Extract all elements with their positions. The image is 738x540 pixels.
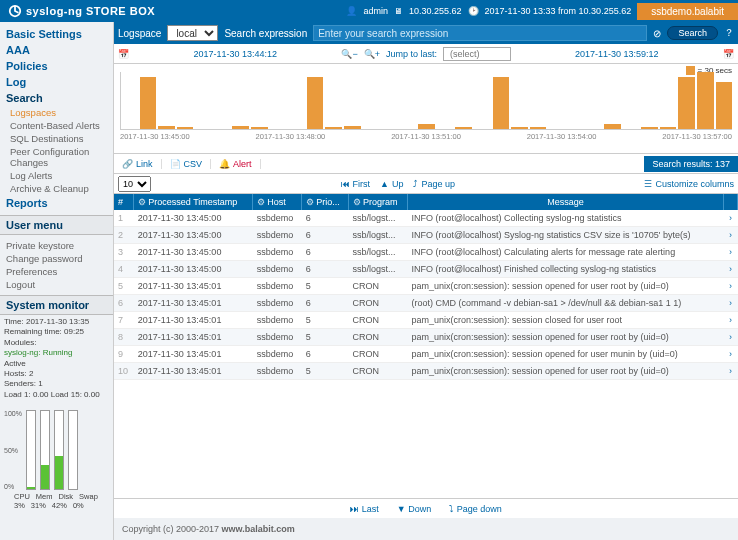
histogram-chart: = 30 secs 30 2017-11-30 13:45:00 2017-11…	[114, 64, 738, 154]
table-row[interactable]: 92017-11-30 13:45:01ssbdemo6CRONpam_unix…	[114, 346, 738, 363]
nav-sub-logalerts[interactable]: Log Alerts	[0, 169, 113, 182]
pagedown-button[interactable]: ⤵ Page down	[449, 504, 502, 514]
col-ts[interactable]: ⚙Processed Timestamp	[134, 194, 253, 210]
calendar-end-icon[interactable]: 📅	[723, 49, 734, 59]
user-label[interactable]: admin	[363, 6, 388, 16]
sysmon-hosts: Hosts: 2	[4, 369, 109, 379]
up-button[interactable]: ▲ Up	[380, 179, 403, 189]
lbl-mem: Mem	[36, 492, 53, 501]
mem-bar	[40, 410, 50, 490]
histogram-bar[interactable]	[232, 126, 249, 129]
histogram-bar[interactable]	[511, 127, 528, 129]
histogram-bar[interactable]	[678, 77, 695, 129]
pageup-button[interactable]: ⤴ Page up	[413, 179, 455, 189]
histogram-bar[interactable]	[307, 77, 324, 129]
xl-4: 2017-11-30 13:57:00	[662, 132, 732, 141]
pagesize-select[interactable]: 10	[118, 176, 151, 192]
histogram-bar[interactable]	[493, 77, 510, 129]
end-time[interactable]: 2017-11-30 13:59:12	[517, 49, 717, 59]
zoom-out-icon[interactable]: 🔍−	[341, 49, 357, 59]
nav-basic[interactable]: Basic Settings	[0, 26, 113, 42]
nav-sub-sql[interactable]: SQL Destinations	[0, 132, 113, 145]
link-alert[interactable]: 🔔 Alert	[211, 159, 261, 169]
nav-aaa[interactable]: AAA	[0, 42, 113, 58]
table-row[interactable]: 22017-11-30 13:45:00ssbdemo6ssb/logst...…	[114, 227, 738, 244]
disk-bar	[54, 410, 64, 490]
table-row[interactable]: 102017-11-30 13:45:01ssbdemo5CRONpam_uni…	[114, 363, 738, 380]
table-row[interactable]: 52017-11-30 13:45:01ssbdemo5CRONpam_unix…	[114, 278, 738, 295]
histogram-bar[interactable]	[604, 124, 621, 129]
histogram-bar[interactable]	[716, 82, 733, 130]
nav-reports[interactable]: Reports	[0, 195, 113, 211]
table-row[interactable]: 12017-11-30 13:45:00ssbdemo6ssb/logst...…	[114, 210, 738, 227]
search-button[interactable]: Search	[667, 26, 718, 40]
table-row[interactable]: 62017-11-30 13:45:01ssbdemo6CRON(root) C…	[114, 295, 738, 312]
footer-site[interactable]: www.balabit.com	[222, 524, 295, 534]
pager-bottom: ⏭ Last ▼ Down ⤵ Page down	[114, 498, 738, 518]
calendar-start-icon[interactable]: 📅	[118, 49, 129, 59]
sysmon-senders: Senders: 1	[4, 379, 109, 389]
jump-select[interactable]: (select)	[443, 47, 511, 61]
col-host[interactable]: ⚙Host	[253, 194, 302, 210]
search-input[interactable]	[313, 25, 647, 41]
histogram-bar[interactable]	[660, 127, 677, 129]
histogram-bar[interactable]	[697, 72, 714, 129]
nav-policies[interactable]: Policies	[0, 58, 113, 74]
nav-log[interactable]: Log	[0, 74, 113, 90]
histogram-bar[interactable]	[158, 126, 175, 129]
col-prio[interactable]: ⚙Prio...	[302, 194, 349, 210]
histogram-bar[interactable]	[325, 127, 342, 129]
clock-icon: 🕑	[468, 6, 479, 16]
demo-badge[interactable]: ssbdemo.balabit	[637, 3, 738, 20]
nav-search[interactable]: Search	[0, 90, 113, 106]
histogram-bar[interactable]	[177, 127, 194, 129]
logspace-select[interactable]: local	[167, 25, 218, 41]
table-row[interactable]: 42017-11-30 13:45:00ssbdemo6ssb/logst...…	[114, 261, 738, 278]
nav-sub-peer[interactable]: Peer Configuration Changes	[0, 145, 113, 169]
histogram-bar[interactable]	[455, 127, 472, 129]
col-msg[interactable]: Message	[407, 194, 723, 210]
col-prog[interactable]: ⚙Program	[349, 194, 408, 210]
sysmon-load: Load 1: 0.00 Load 15: 0.00	[4, 390, 109, 400]
um-keystore[interactable]: Private keystore	[0, 239, 113, 252]
table-row[interactable]: 32017-11-30 13:45:00ssbdemo6ssb/logst...…	[114, 244, 738, 261]
start-time[interactable]: 2017-11-30 13:44:12	[135, 49, 335, 59]
xl-1: 2017-11-30 13:48:00	[256, 132, 326, 141]
table-row[interactable]: 82017-11-30 13:45:01ssbdemo5CRONpam_unix…	[114, 329, 738, 346]
link-csv[interactable]: 📄 CSV	[162, 159, 212, 169]
histogram-bar[interactable]	[140, 77, 157, 129]
search-results: Search results: 137	[644, 156, 738, 172]
nav-sub-content-alerts[interactable]: Content-Based Alerts	[0, 119, 113, 132]
first-button[interactable]: ⏮ First	[341, 179, 371, 189]
histogram-bar[interactable]	[251, 127, 268, 129]
last-button[interactable]: ⏭ Last	[350, 504, 379, 514]
histogram-bar[interactable]	[530, 127, 547, 129]
sysmon-time: Time: 2017-11-30 13:35	[4, 317, 109, 327]
val-swap: 0%	[73, 501, 84, 510]
brand-sub: STORE BOX	[86, 5, 155, 17]
brand-main: syslog-ng	[26, 5, 82, 17]
user-icon: 👤	[346, 6, 357, 16]
histogram-bar[interactable]	[418, 124, 435, 129]
val-disk: 42%	[52, 501, 67, 510]
link-link[interactable]: 🔗 Link	[114, 159, 162, 169]
val-cpu: 3%	[14, 501, 25, 510]
help-icon[interactable]: ？	[724, 26, 734, 40]
clear-icon[interactable]: ⊘	[653, 28, 661, 39]
um-prefs[interactable]: Preferences	[0, 265, 113, 278]
um-logout[interactable]: Logout	[0, 278, 113, 291]
um-password[interactable]: Change password	[0, 252, 113, 265]
pager-top: 10 ⏮ First ▲ Up ⤴ Page up ☰ Customize co…	[114, 174, 738, 194]
nav-sub-archive[interactable]: Archive & Cleanup	[0, 182, 113, 195]
col-num[interactable]: #	[114, 194, 134, 210]
customize-columns[interactable]: ☰ Customize columns	[644, 179, 734, 189]
zoom-in-icon[interactable]: 🔍+	[364, 49, 380, 59]
swap-bar	[68, 410, 78, 490]
histogram-bar[interactable]	[641, 127, 658, 129]
table-row[interactable]: 72017-11-30 13:45:01ssbdemo5CRONpam_unix…	[114, 312, 738, 329]
scale-50: 50%	[4, 447, 22, 454]
cpu-bar	[26, 410, 36, 490]
down-button[interactable]: ▼ Down	[397, 504, 431, 514]
nav-sub-logspaces[interactable]: Logspaces	[0, 106, 113, 119]
histogram-bar[interactable]	[344, 126, 361, 129]
